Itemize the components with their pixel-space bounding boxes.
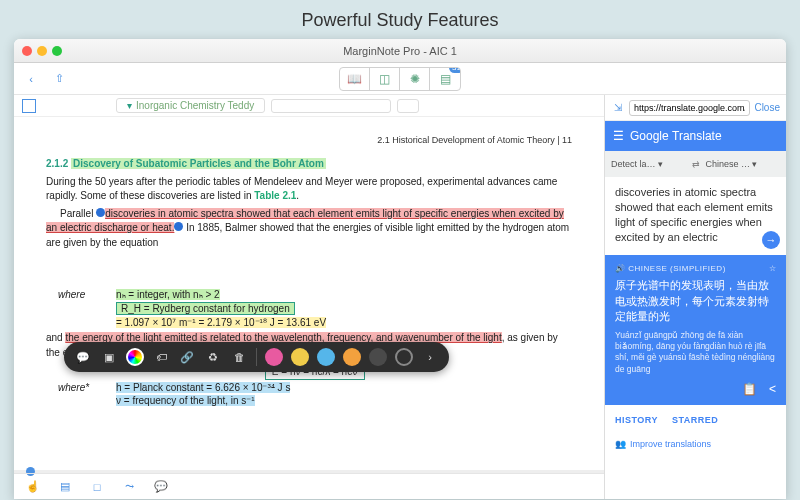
eq-planck: h = Planck constant = 6.626 × 10⁻³⁴ J s	[116, 382, 290, 393]
google-translate-logo: Google Translate	[630, 129, 722, 143]
more-icon[interactable]: ›	[419, 346, 441, 368]
annotation-toolbar: 💬 ▣ 🏷 🔗 ♻ 🗑 ›	[64, 342, 449, 372]
panel-close-button[interactable]: Close	[754, 102, 780, 113]
bottom-toolbar: ☝ ▤ □ ⤳ 💬	[14, 473, 604, 499]
eq-nh: nₕ = integer, with nₕ > 2	[116, 289, 220, 300]
star-icon[interactable]: ☆	[769, 263, 777, 274]
translate-header: ☰ Google Translate	[605, 121, 786, 151]
app-window: MarginNote Pro - AIC 1 ‹ ⇧ 📖 ◫ ✺ ▤31 ▾In…	[14, 39, 786, 499]
equation-row-6: ν = frequency of the light, in s⁻¹	[58, 395, 572, 406]
eq-freq: ν = frequency of the light, in s⁻¹	[116, 395, 255, 406]
link-icon[interactable]: 🔗	[176, 346, 198, 368]
document-view-button[interactable]: 📖	[340, 68, 370, 90]
document-page: 2.1 Historical Development of Atomic The…	[14, 117, 604, 418]
source-text-box[interactable]: discoveries in atomic spectra showed tha…	[605, 177, 786, 255]
comment-icon[interactable]: 💬	[72, 346, 94, 368]
color-blue[interactable]	[315, 346, 337, 368]
translation-text: 原子光谱中的发现表明，当由放电或热激发时，每个元素发射特定能量的光	[615, 278, 776, 324]
tag-icon[interactable]: 🏷	[150, 346, 172, 368]
share-translation-icon[interactable]: <	[769, 381, 776, 398]
flashcard-count-badge: 31	[449, 67, 461, 73]
share-button[interactable]: ⇧	[50, 70, 68, 88]
starred-link[interactable]: STARRED	[672, 415, 718, 425]
document-tab-secondary[interactable]	[271, 99, 391, 113]
url-input[interactable]	[629, 100, 750, 116]
translate-tabs: HISTORY STARRED	[605, 405, 786, 435]
color-yellow[interactable]	[289, 346, 311, 368]
paragraph-1: During the 50 years after the periodic t…	[46, 175, 572, 204]
mindmap-view-button[interactable]: ✺	[400, 68, 430, 90]
document-pane: ▾Inorganic Chemistry Teddy 2.1 Historica…	[14, 95, 604, 499]
window-titlebar: MarginNote Pro - AIC 1	[14, 39, 786, 63]
community-icon: 👥	[615, 439, 626, 449]
section-title: Discovery of Subatomic Particles and the…	[71, 158, 326, 169]
equation-row-5: where* h = Planck constant = 6.626 × 10⁻…	[58, 382, 572, 393]
improve-translations-link[interactable]: 👥 Improve translations	[605, 435, 786, 459]
translation-result-box: 🔊 CHINESE (SIMPLIFIED) ☆ 原子光谱中的发现表明，当由放电…	[605, 255, 786, 405]
eq-rh-val: = 1.097 × 10⁷ m⁻¹ = 2.179 × 10⁻¹⁸ J = 13…	[116, 317, 326, 328]
color-pink[interactable]	[263, 346, 285, 368]
color-none[interactable]	[393, 346, 415, 368]
separator	[256, 348, 257, 366]
equation-row-3: = 1.097 × 10⁷ m⁻¹ = 2.179 × 10⁻¹⁸ J = 13…	[58, 317, 572, 328]
color-dark[interactable]	[367, 346, 389, 368]
target-language-dropdown[interactable]: Chinese …▾	[706, 159, 781, 169]
history-link[interactable]: HISTORY	[615, 415, 658, 425]
menu-icon[interactable]: ☰	[613, 129, 624, 143]
speaker-icon[interactable]: 🔊 CHINESE (SIMPLIFIED)	[615, 263, 726, 274]
equation-row-1: where nₕ = integer, with nₕ > 2	[58, 289, 572, 300]
pinyin-text: Yuánzǐ guāngpǔ zhōng de fā xiàn biǎomíng…	[615, 330, 776, 374]
section-number: 2.1.2	[46, 158, 68, 169]
document-tab-page[interactable]	[397, 99, 419, 113]
panel-url-bar: ⇲ Close	[605, 95, 786, 121]
source-language-dropdown[interactable]: Detect la…▾	[611, 159, 686, 169]
recycle-icon[interactable]: ♻	[202, 346, 224, 368]
rect-select-tool-icon[interactable]: □	[88, 478, 106, 496]
color-picker-icon[interactable]	[124, 346, 146, 368]
color-orange[interactable]	[341, 346, 363, 368]
flashcards-view-button[interactable]: ▤31	[430, 68, 460, 90]
window-title: MarginNote Pro - AIC 1	[14, 45, 786, 57]
marketing-tagline: Powerful Study Features	[0, 0, 800, 39]
page-header: 2.1 Historical Development of Atomic The…	[46, 135, 572, 145]
translate-panel: ⇲ Close ☰ Google Translate Detect la…▾ ⇄…	[604, 95, 786, 499]
back-button[interactable]: ‹	[22, 70, 40, 88]
eq-rh: R_H = Rydberg constant for hydrogen	[116, 302, 295, 315]
chat-tool-icon[interactable]: 💬	[152, 478, 170, 496]
document-tab-active[interactable]: ▾Inorganic Chemistry Teddy	[116, 98, 265, 113]
lasso-tool-icon[interactable]: ⤳	[120, 478, 138, 496]
text-select-tool-icon[interactable]: ▤	[56, 478, 74, 496]
split-view-button[interactable]: ◫	[370, 68, 400, 90]
language-row: Detect la…▾ ⇄ Chinese …▾	[605, 151, 786, 177]
tab-label: Inorganic Chemistry Teddy	[136, 100, 254, 111]
translate-go-button[interactable]: →	[762, 231, 780, 249]
main-toolbar: ‹ ⇧ 📖 ◫ ✺ ▤31	[14, 63, 786, 95]
app-body: ▾Inorganic Chemistry Teddy 2.1 Historica…	[14, 95, 786, 499]
trash-icon[interactable]: 🗑	[228, 346, 250, 368]
copy-icon[interactable]: 📋	[742, 381, 757, 398]
crop-tool-icon[interactable]	[22, 99, 36, 113]
swap-languages-button[interactable]: ⇄	[686, 159, 706, 169]
expand-icon[interactable]: ⇲	[611, 101, 625, 115]
equation-row-2: R_H = Rydberg constant for hydrogen	[58, 302, 572, 315]
paragraph-2: Parallel discoveries in atomic spectra s…	[46, 207, 572, 251]
selection-handle-start[interactable]	[96, 208, 105, 217]
view-mode-segmented: 📖 ◫ ✺ ▤31	[339, 67, 461, 91]
document-tabs: ▾Inorganic Chemistry Teddy	[14, 95, 604, 117]
table-link[interactable]: Table 2.1	[254, 190, 296, 201]
card-icon[interactable]: ▣	[98, 346, 120, 368]
hand-tool-icon[interactable]: ☝	[24, 478, 42, 496]
section-heading: 2.1.2 Discovery of Subatomic Particles a…	[46, 157, 572, 172]
